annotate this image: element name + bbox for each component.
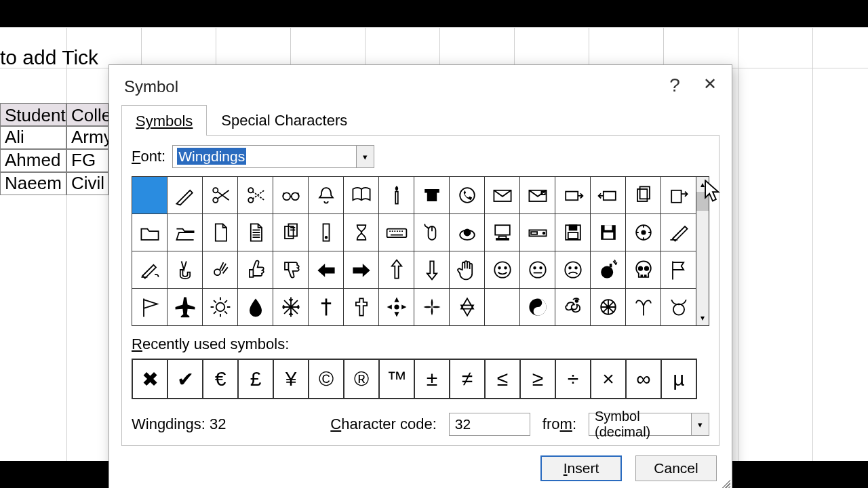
symbol-cell-hand[interactable] (450, 251, 485, 289)
symbol-cell-pennant[interactable] (132, 289, 167, 326)
recent-symbol-7[interactable]: ™ (380, 360, 415, 399)
symbol-cell-floppy-black[interactable] (591, 214, 626, 251)
symbol-cell-thumb-up[interactable] (238, 251, 273, 289)
recent-symbol-11[interactable]: ≥ (521, 360, 556, 399)
symbol-cell-bell[interactable] (309, 177, 344, 214)
recent-symbol-9[interactable]: ≠ (450, 360, 486, 399)
symbol-cell-dharma[interactable] (591, 289, 626, 326)
font-select[interactable]: Wingdings ▾ (172, 145, 374, 168)
symbol-cell-star-david[interactable] (450, 289, 485, 326)
recent-symbol-4[interactable]: ¥ (274, 360, 309, 399)
symbol-cell-flag[interactable] (661, 251, 696, 289)
tab-special-characters[interactable]: Special Characters (207, 104, 361, 135)
symbol-cell-book[interactable] (344, 177, 379, 214)
col-header-college[interactable]: Colle (66, 103, 108, 126)
symbol-cell-cross-iron[interactable] (414, 289, 450, 326)
symbol-cell-cross-outline[interactable] (344, 289, 379, 326)
recent-symbol-6[interactable]: ® (344, 360, 380, 399)
symbol-cell-phone[interactable] (414, 177, 450, 214)
symbol-cell-keyboard[interactable] (379, 214, 414, 251)
table-row[interactable]: Ali (0, 126, 66, 149)
recent-symbol-12[interactable]: ÷ (556, 360, 591, 399)
symbol-cell-papers-out[interactable] (661, 177, 696, 214)
symbol-cell-point-down[interactable] (414, 251, 450, 289)
help-button[interactable]: ? (663, 75, 687, 96)
recent-symbol-5[interactable]: © (309, 360, 344, 399)
symbol-cell-mail-out[interactable] (591, 177, 626, 214)
table-row[interactable]: Army (66, 126, 108, 149)
table-row[interactable]: Civil (66, 172, 108, 195)
recent-symbol-15[interactable]: µ (662, 360, 697, 399)
symbol-cell-drive[interactable] (309, 214, 344, 251)
recent-symbol-3[interactable]: £ (239, 360, 274, 399)
symbol-cell-candle[interactable] (379, 177, 414, 214)
symbol-cell-write-hand[interactable] (132, 251, 167, 289)
scroll-down-button[interactable]: ▾ (696, 310, 709, 325)
symbol-cell-floppy[interactable] (555, 214, 591, 251)
symbol-cell-blank[interactable] (132, 177, 167, 214)
tab-symbols[interactable]: Symbols (121, 105, 207, 136)
symbol-cell-cross-maltese[interactable] (379, 289, 414, 326)
symbol-cell-trackball[interactable] (450, 214, 485, 251)
symbol-cell-point-right[interactable] (344, 251, 379, 289)
symbol-cell-mail-in[interactable] (555, 177, 591, 214)
recent-symbol-13[interactable]: × (591, 360, 627, 399)
symbol-cell-victory[interactable] (167, 251, 203, 289)
scroll-up-button[interactable]: ▴ (696, 177, 709, 192)
symbol-cell-cross-latin[interactable] (309, 289, 344, 326)
symbol-cell-pencil[interactable] (167, 177, 203, 214)
table-row[interactable]: Ahmed (0, 149, 66, 172)
symbol-cell-folder-open[interactable] (167, 214, 203, 251)
symbol-cell-airplane[interactable] (167, 289, 203, 326)
symbol-cell-point-up[interactable] (379, 251, 414, 289)
symbol-cell-computer[interactable] (485, 214, 520, 251)
symbol-cell-bomb[interactable] (591, 251, 626, 289)
recent-symbol-1[interactable]: ✔ (168, 360, 203, 399)
symbol-cell-smile[interactable] (485, 251, 520, 289)
close-button[interactable]: ✕ (698, 75, 722, 94)
table-row[interactable]: FG (66, 149, 108, 172)
resize-grip[interactable] (718, 477, 730, 488)
symbol-cell-sun[interactable] (203, 289, 238, 326)
chevron-down-icon[interactable]: ▾ (691, 413, 709, 435)
symbol-cell-om[interactable] (555, 289, 591, 326)
symbol-cell-phone-circle[interactable] (450, 177, 485, 214)
scroll-thumb[interactable] (696, 192, 709, 211)
symbol-cell-snowflake[interactable] (273, 289, 309, 326)
chevron-down-icon[interactable]: ▾ (356, 146, 374, 167)
symbol-cell-hourglass[interactable] (344, 214, 379, 251)
insert-button[interactable]: Insert (540, 455, 622, 481)
symbol-cell-skull[interactable] (626, 251, 661, 289)
recent-symbol-8[interactable]: ± (415, 360, 450, 399)
from-select[interactable]: Symbol (decimal) ▾ (589, 413, 709, 436)
symbol-cell-tape[interactable] (626, 214, 661, 251)
symbol-cell-papers[interactable] (626, 177, 661, 214)
scroll-track[interactable] (696, 192, 709, 310)
symbol-cell-folder[interactable] (132, 214, 167, 251)
symbol-scrollbar[interactable]: ▴ ▾ (696, 176, 709, 326)
symbol-cell-scissors-cut[interactable] (238, 177, 273, 214)
symbol-cell-yin-yang[interactable] (520, 289, 555, 326)
symbol-cell-doc-lines[interactable] (238, 214, 273, 251)
symbol-cell-neutral[interactable] (520, 251, 555, 289)
symbol-cell-hdd[interactable] (520, 214, 555, 251)
symbol-cell-envelope[interactable] (485, 177, 520, 214)
table-row[interactable]: Naeem (0, 172, 66, 195)
recent-symbol-14[interactable]: ∞ (627, 360, 662, 399)
symbol-cell-pen-write[interactable] (661, 214, 696, 251)
symbol-cell-ok-hand[interactable] (203, 251, 238, 289)
symbol-cell-scissors[interactable] (203, 177, 238, 214)
symbol-cell-thumb-down[interactable] (273, 251, 309, 289)
cancel-button[interactable]: Cancel (635, 455, 717, 481)
symbol-cell-glasses[interactable] (273, 177, 309, 214)
font-value[interactable]: Wingdings (173, 147, 356, 166)
symbol-cell-point-left[interactable] (309, 251, 344, 289)
symbol-cell-doc[interactable] (203, 214, 238, 251)
symbol-cell-taurus[interactable] (661, 289, 696, 326)
symbol-cell-envelope-stamp[interactable] (520, 177, 555, 214)
symbol-cell-mouse[interactable] (414, 214, 450, 251)
symbol-cell-docs[interactable] (273, 214, 309, 251)
recent-symbol-10[interactable]: ≤ (486, 360, 521, 399)
recent-symbol-2[interactable]: € (203, 360, 239, 399)
recent-symbol-0[interactable]: ✖ (133, 360, 168, 399)
